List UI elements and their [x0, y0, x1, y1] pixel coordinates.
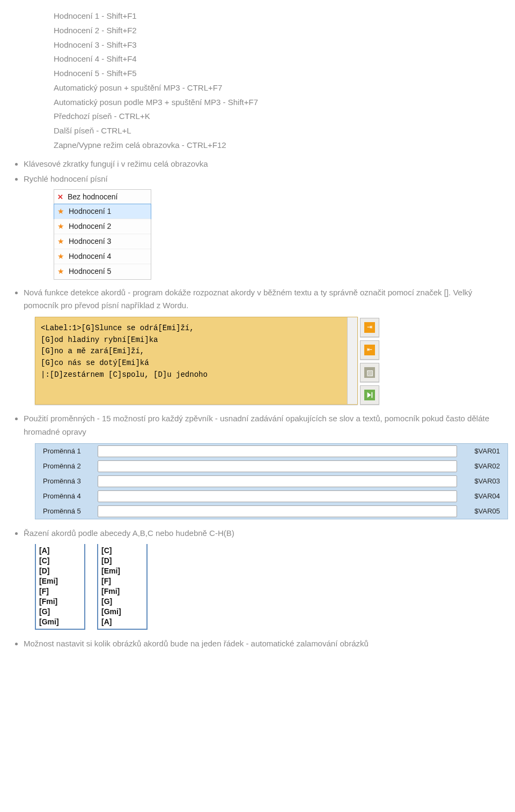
variable-row: Proměnná 3$VAR03	[35, 474, 507, 489]
shortcut-line: Zapne/Vypne režim celá obrazovka - CTRL+…	[54, 139, 502, 152]
star-icon: ★	[57, 250, 64, 263]
chord-list-right: [C][D][Emi][F][Fmi][G][Gmi][A]	[97, 544, 148, 630]
x-icon: ✕	[57, 191, 63, 203]
chord-item: [F]	[39, 586, 81, 597]
variable-label: Proměnná 4	[43, 490, 92, 502]
chord-list-left: [A][C][D][Emi][F][Fmi][G][Gmi]	[35, 544, 85, 630]
variable-row: Proměnná 4$VAR04	[35, 489, 507, 504]
shortcut-line: Automatický posun + spuštění MP3 - CTRL+…	[54, 81, 502, 95]
bullet-rychle: Rychlé hodnocení písní	[24, 173, 502, 186]
rating-dropdown[interactable]: ✕Bez hodnocení★Hodnocení 1★Hodnocení 2★H…	[54, 189, 151, 280]
variable-label: Proměnná 5	[43, 505, 92, 517]
scroll-up-arrow[interactable]: ⌃	[352, 318, 356, 327]
rating-label: Bez hodnocení	[68, 191, 117, 203]
variable-code: $VAR02	[462, 460, 500, 472]
chord-item: [Emi]	[39, 576, 81, 586]
variable-code: $VAR05	[462, 505, 500, 517]
variable-row: Proměnná 5$VAR05	[35, 504, 507, 519]
rating-item[interactable]: ✕Bez hodnocení	[54, 190, 151, 204]
bullet-promenne: Použití proměnných - 15 možností pro kaž…	[24, 412, 502, 439]
bullet-detekce: Nová funkce detekce akordů - program dok…	[24, 286, 502, 313]
chord-item: [A]	[101, 617, 143, 627]
rating-item[interactable]: ★Hodnocení 5	[54, 264, 151, 279]
variable-input[interactable]	[98, 490, 457, 502]
editor-line: [G]od hladiny rybní[Emi]ka	[41, 334, 352, 346]
editor-tools: ⇥ ⇤ ▨	[360, 317, 379, 405]
star-icon: ★	[57, 220, 64, 233]
chord-item: [C]	[101, 546, 143, 556]
tool-back-icon[interactable]: ⇤	[360, 340, 379, 360]
variable-label: Proměnná 3	[43, 475, 92, 487]
chord-item: [Gmi]	[39, 617, 81, 627]
shortcut-line: Hodnocení 1 - Shift+F1	[54, 10, 502, 23]
editor-line: |:[D]zestárnem [C]spolu, [D]u jednoho	[41, 369, 352, 381]
chord-item: [A]	[39, 546, 81, 556]
shortcut-line: Hodnocení 3 - Shift+F3	[54, 39, 502, 52]
rating-label: Hodnocení 1	[69, 205, 111, 218]
shortcut-lines: Hodnocení 1 - Shift+F1Hodnocení 2 - Shif…	[54, 10, 502, 152]
shortcut-line: Hodnocení 5 - Shift+F5	[54, 67, 502, 80]
editor-line: <Label:1>[G]Slunce se odrá[Emi]ží,	[41, 323, 352, 334]
shortcut-line: Hodnocení 4 - Shift+F4	[54, 53, 502, 66]
chord-item: [D]	[39, 566, 81, 576]
variable-input[interactable]	[98, 505, 457, 517]
chord-item: [Fmi]	[101, 586, 143, 597]
rating-item[interactable]: ★Hodnocení 3	[54, 234, 151, 249]
variable-code: $VAR04	[462, 490, 500, 502]
rating-label: Hodnocení 2	[69, 220, 111, 233]
shortcut-line: Hodnocení 2 - Shift+F2	[54, 24, 502, 38]
editor-line: [G]co nás se dotý[Emi]ká	[41, 357, 352, 369]
variable-label: Proměnná 1	[43, 445, 92, 457]
variable-code: $VAR01	[462, 445, 500, 457]
variable-input[interactable]	[98, 445, 457, 457]
shortcut-line: Předchozí píseň - CTRL+K	[54, 110, 502, 123]
rating-label: Hodnocení 4	[69, 250, 111, 263]
rating-label: Hodnocení 5	[69, 265, 111, 278]
rating-item[interactable]: ★Hodnocení 4	[54, 249, 151, 264]
bullet-zkratky: Klávesové zkratky fungují i v režimu cel…	[24, 158, 502, 171]
lyrics-editor[interactable]: ⌃ <Label:1>[G]Slunce se odrá[Emi]ží,[G]o…	[35, 317, 358, 405]
chord-item: [Emi]	[101, 566, 143, 576]
tool-forward-icon[interactable]: ⇥	[360, 318, 379, 337]
rating-item[interactable]: ★Hodnocení 1	[54, 204, 151, 219]
chord-item: [F]	[101, 576, 143, 586]
star-icon: ★	[57, 265, 64, 278]
rating-label: Hodnocení 3	[69, 235, 111, 248]
star-icon: ★	[57, 205, 64, 218]
bullet-razeni: Řazení akordů podle abecedy A,B,C nebo h…	[24, 527, 502, 540]
chord-item: [G]	[101, 597, 143, 607]
chord-item: [C]	[39, 556, 81, 566]
chord-item: [Gmi]	[101, 607, 143, 617]
variable-input[interactable]	[98, 475, 457, 487]
rating-item[interactable]: ★Hodnocení 2	[54, 219, 151, 234]
chord-item: [G]	[39, 607, 81, 617]
variable-row: Proměnná 2$VAR02	[35, 459, 507, 474]
tool-next-icon[interactable]	[360, 385, 379, 405]
bullet-obrazky: Možnost nastavit si kolik obrázků akordů…	[24, 637, 502, 651]
variable-code: $VAR03	[462, 475, 500, 487]
star-icon: ★	[57, 235, 64, 248]
variable-row: Proměnná 1$VAR01	[35, 444, 507, 459]
variable-label: Proměnná 2	[43, 460, 92, 472]
shortcut-line: Další píseň - CTRL+L	[54, 124, 502, 138]
chord-item: [D]	[101, 556, 143, 566]
shortcut-line: Automatický posun podle MP3 + spuštění M…	[54, 96, 502, 109]
variables-table: Proměnná 1$VAR01Proměnná 2$VAR02Proměnná…	[35, 443, 508, 519]
editor-line: [G]no a mě zará[Emi]ží,	[41, 346, 352, 357]
variable-input[interactable]	[98, 460, 457, 472]
chord-item: [Fmi]	[39, 597, 81, 607]
tool-hatch-icon[interactable]: ▨	[360, 363, 379, 382]
